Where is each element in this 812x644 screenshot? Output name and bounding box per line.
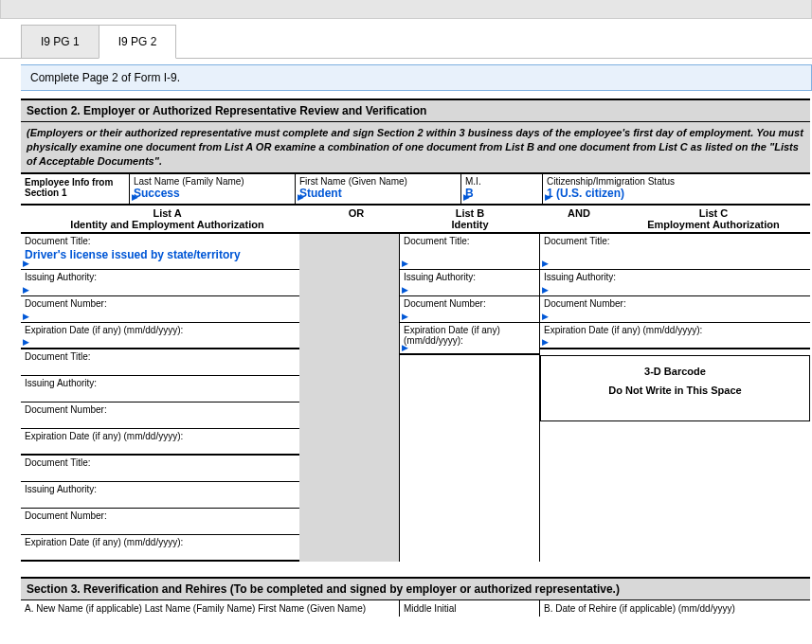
list-c-doc-authority[interactable]: Issuing Authority: ▶ xyxy=(540,270,810,296)
list-a-doc3-authority[interactable]: Issuing Authority: xyxy=(21,482,299,509)
first-name-field[interactable]: First Name (Given Name) ▶ Student xyxy=(295,174,460,204)
field-label: Expiration Date (if any) (mm/dd/yyyy): xyxy=(25,431,183,441)
first-name-label: First Name (Given Name) xyxy=(299,176,457,187)
list-c-doc-number[interactable]: Document Number: ▶ xyxy=(540,296,810,323)
barcode-line2: Do Not Write in This Space xyxy=(547,385,803,396)
field-label: Issuing Authority: xyxy=(404,272,476,282)
field-marker-icon: ▶ xyxy=(298,192,304,202)
list-c-doc-title[interactable]: Document Title: ▶ xyxy=(540,234,810,270)
list-c-title: List C xyxy=(699,207,729,219)
field-marker-icon: ▶ xyxy=(463,192,470,202)
list-b-doc-title[interactable]: Document Title: ▶ xyxy=(400,234,539,270)
section3-row: A. New Name (if applicable) Last Name (F… xyxy=(21,600,810,617)
section3-mi[interactable]: Middle Initial xyxy=(400,600,540,617)
or-spacer xyxy=(299,234,399,562)
list-b-subtitle: Identity xyxy=(451,219,488,230)
list-a-doc1-title-value: Driver's license issued by state/territo… xyxy=(25,246,296,261)
first-name-value: Student xyxy=(299,187,342,200)
field-marker-icon: ▶ xyxy=(23,259,29,268)
field-marker-icon: ▶ xyxy=(542,312,549,321)
field-label: Document Number: xyxy=(25,510,107,521)
list-a-title: List A xyxy=(153,207,181,219)
list-a-doc3-expiry[interactable]: Expiration Date (if any) (mm/dd/yyyy): xyxy=(21,535,299,562)
last-name-value: Success xyxy=(134,187,180,200)
field-marker-icon: ▶ xyxy=(542,285,549,295)
list-a-doc1-title[interactable]: Document Title: ▶ Driver's license issue… xyxy=(21,234,299,270)
list-a-doc1-number[interactable]: Document Number: ▶ xyxy=(21,296,299,323)
list-a-doc2-authority[interactable]: Issuing Authority: xyxy=(21,376,299,402)
list-c-column: Document Title: ▶ Issuing Authority: ▶ D… xyxy=(539,234,810,562)
list-b-doc-authority[interactable]: Issuing Authority: ▶ xyxy=(400,270,539,296)
field-label: Expiration Date (if any) (mm/dd/yyyy): xyxy=(25,537,183,547)
section2-header: Section 2. Employer or Authorized Repres… xyxy=(21,98,810,122)
tab-i9-pg2[interactable]: I9 PG 2 xyxy=(99,25,177,59)
field-label: Issuing Authority: xyxy=(25,272,97,282)
last-name-label: Last Name (Family Name) xyxy=(134,176,291,187)
instruction-banner: Complete Page 2 of Form I-9. xyxy=(21,64,812,91)
field-label: Expiration Date (if any) (mm/dd/yyyy): xyxy=(404,325,500,346)
mi-field[interactable]: M.I. ▶ B xyxy=(460,174,542,204)
field-label: Document Title: xyxy=(25,351,90,362)
list-a-column: Document Title: ▶ Driver's license issue… xyxy=(21,234,299,562)
field-marker-icon: ▶ xyxy=(545,192,551,202)
list-c-subtitle: Employment Authorization xyxy=(647,219,780,230)
last-name-field[interactable]: Last Name (Family Name) ▶ Success xyxy=(129,174,295,204)
list-a-doc3-title[interactable]: Document Title: xyxy=(21,456,299,482)
field-label: Document Title: xyxy=(25,457,90,468)
list-a-doc2-title[interactable]: Document Title: xyxy=(21,349,299,376)
field-label: Document Title: xyxy=(25,236,90,246)
field-label: Expiration Date (if any) (mm/dd/yyyy): xyxy=(544,325,702,335)
field-label: Issuing Authority: xyxy=(25,484,97,494)
list-a-subtitle: Identity and Employment Authorization xyxy=(70,219,263,230)
barcode-line1: 3-D Barcode xyxy=(547,366,803,377)
employee-info-row: Employee Info from Section 1 Last Name (… xyxy=(21,174,810,206)
field-marker-icon: ▶ xyxy=(23,312,29,321)
field-label: Document Title: xyxy=(404,236,469,246)
section3-new-name[interactable]: A. New Name (if applicable) Last Name (F… xyxy=(21,600,400,617)
list-header-row: List A Identity and Employment Authoriza… xyxy=(21,206,810,234)
field-marker-icon: ▶ xyxy=(23,285,29,295)
barcode-box: 3-D Barcode Do Not Write in This Space xyxy=(540,355,810,421)
field-label: Issuing Authority: xyxy=(544,272,616,282)
citizenship-value: 1 (U.S. citizen) xyxy=(547,187,624,200)
field-marker-icon: ▶ xyxy=(402,312,408,321)
field-marker-icon: ▶ xyxy=(542,337,549,347)
field-marker-icon: ▶ xyxy=(402,343,408,352)
field-label: Expiration Date (if any) (mm/dd/yyyy): xyxy=(25,325,183,335)
section3-header: Section 3. Reverification and Rehires (T… xyxy=(21,577,810,600)
field-label: Document Number: xyxy=(544,298,626,309)
list-c-doc-expiry[interactable]: Expiration Date (if any) (mm/dd/yyyy): ▶ xyxy=(540,323,810,349)
list-b-doc-expiry[interactable]: Expiration Date (if any) (mm/dd/yyyy): ▶ xyxy=(400,323,539,355)
field-label: Document Number: xyxy=(25,298,107,309)
list-a-doc2-expiry[interactable]: Expiration Date (if any) (mm/dd/yyyy): xyxy=(21,429,299,456)
field-marker-icon: ▶ xyxy=(23,337,29,347)
field-marker-icon: ▶ xyxy=(402,259,408,268)
field-label: Document Number: xyxy=(404,298,486,309)
list-b-doc-number[interactable]: Document Number: ▶ xyxy=(400,296,539,323)
or-label: OR xyxy=(314,206,399,232)
list-a-doc2-number[interactable]: Document Number: xyxy=(21,402,299,429)
list-a-doc1-expiry[interactable]: Expiration Date (if any) (mm/dd/yyyy): ▶ xyxy=(21,323,299,349)
field-label: Document Number: xyxy=(25,404,107,415)
and-label: AND xyxy=(541,206,617,232)
field-label: Document Title: xyxy=(544,236,609,246)
section2-instructions: (Employers or their authorized represent… xyxy=(21,122,810,174)
field-marker-icon: ▶ xyxy=(132,192,138,202)
citizenship-label: Citizenship/Immigration Status xyxy=(547,176,806,187)
top-header-strip xyxy=(0,0,812,19)
list-a-doc3-number[interactable]: Document Number: xyxy=(21,509,299,535)
tab-bar: I9 PG 1 I9 PG 2 xyxy=(21,25,812,59)
citizenship-field[interactable]: Citizenship/Immigration Status ▶ 1 (U.S.… xyxy=(542,174,810,204)
list-a-doc1-authority[interactable]: Issuing Authority: ▶ xyxy=(21,270,299,296)
employee-info-label: Employee Info from Section 1 xyxy=(21,174,129,204)
field-marker-icon: ▶ xyxy=(402,285,408,295)
list-b-title: List B xyxy=(456,207,485,219)
list-b-column: Document Title: ▶ Issuing Authority: ▶ D… xyxy=(399,234,539,562)
tab-i9-pg1[interactable]: I9 PG 1 xyxy=(21,25,99,59)
field-label: Issuing Authority: xyxy=(25,378,97,388)
field-marker-icon: ▶ xyxy=(542,259,549,268)
section3-rehire-date[interactable]: B. Date of Rehire (if applicable) (mm/dd… xyxy=(540,600,810,617)
mi-label: M.I. xyxy=(465,176,538,187)
